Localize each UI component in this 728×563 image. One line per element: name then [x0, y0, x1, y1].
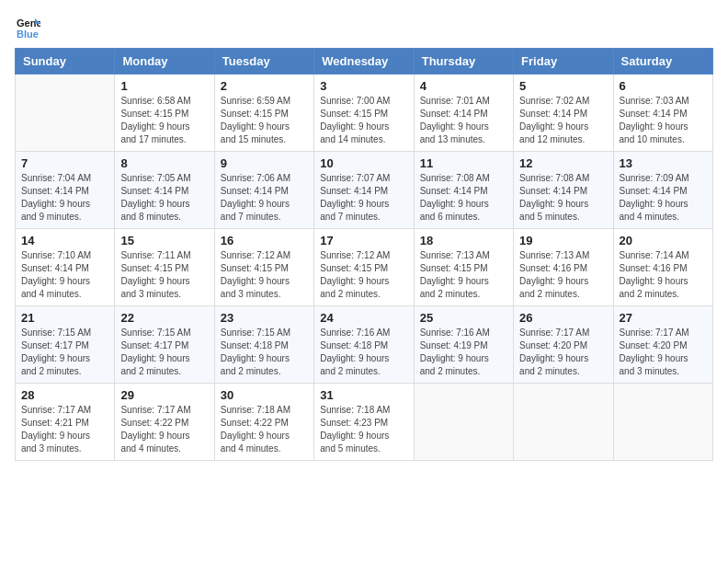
calendar-cell: 21Sunrise: 7:15 AM Sunset: 4:17 PM Dayli… — [16, 306, 115, 384]
day-info: Sunrise: 7:04 AM Sunset: 4:14 PM Dayligh… — [21, 172, 108, 224]
calendar-cell: 24Sunrise: 7:16 AM Sunset: 4:18 PM Dayli… — [314, 306, 414, 384]
day-number: 26 — [519, 311, 607, 325]
day-number: 25 — [420, 311, 507, 325]
day-number: 23 — [221, 311, 308, 325]
calendar-cell: 17Sunrise: 7:12 AM Sunset: 4:15 PM Dayli… — [314, 229, 414, 306]
calendar-week-3: 14Sunrise: 7:10 AM Sunset: 4:14 PM Dayli… — [16, 229, 713, 306]
day-info: Sunrise: 7:15 AM Sunset: 4:17 PM Dayligh… — [21, 327, 108, 378]
day-number: 10 — [320, 156, 407, 170]
calendar-cell: 19Sunrise: 7:13 AM Sunset: 4:16 PM Dayli… — [514, 229, 613, 306]
calendar-week-5: 28Sunrise: 7:17 AM Sunset: 4:21 PM Dayli… — [16, 384, 713, 461]
day-info: Sunrise: 7:05 AM Sunset: 4:14 PM Dayligh… — [120, 172, 208, 224]
day-number: 14 — [21, 234, 108, 247]
calendar-cell: 10Sunrise: 7:07 AM Sunset: 4:14 PM Dayli… — [314, 152, 414, 229]
day-number: 19 — [519, 234, 607, 247]
weekday-header-sunday: Sunday — [16, 49, 115, 75]
day-info: Sunrise: 7:08 AM Sunset: 4:14 PM Dayligh… — [519, 172, 607, 224]
day-number: 15 — [120, 234, 208, 247]
day-number: 6 — [620, 79, 707, 93]
calendar-cell: 7Sunrise: 7:04 AM Sunset: 4:14 PM Daylig… — [16, 152, 115, 229]
calendar-header-row: SundayMondayTuesdayWednesdayThursdayFrid… — [16, 49, 713, 75]
day-number: 18 — [420, 234, 507, 247]
calendar-cell — [514, 384, 613, 461]
svg-text:Blue: Blue — [17, 29, 39, 40]
calendar-cell: 20Sunrise: 7:14 AM Sunset: 4:16 PM Dayli… — [613, 229, 712, 306]
weekday-header-thursday: Thursday — [414, 49, 513, 75]
day-info: Sunrise: 7:00 AM Sunset: 4:15 PM Dayligh… — [320, 95, 407, 146]
day-number: 4 — [420, 79, 507, 93]
calendar-cell: 3Sunrise: 7:00 AM Sunset: 4:15 PM Daylig… — [314, 75, 414, 152]
day-info: Sunrise: 7:17 AM Sunset: 4:20 PM Dayligh… — [620, 327, 707, 378]
calendar-cell: 13Sunrise: 7:09 AM Sunset: 4:14 PM Dayli… — [613, 152, 712, 229]
day-number: 30 — [221, 388, 308, 402]
calendar-cell: 16Sunrise: 7:12 AM Sunset: 4:15 PM Dayli… — [214, 229, 313, 306]
calendar-cell: 29Sunrise: 7:17 AM Sunset: 4:22 PM Dayli… — [115, 384, 214, 461]
calendar-cell: 30Sunrise: 7:18 AM Sunset: 4:22 PM Dayli… — [214, 384, 313, 461]
day-number: 31 — [320, 388, 407, 402]
day-info: Sunrise: 7:18 AM Sunset: 4:22 PM Dayligh… — [221, 404, 308, 455]
day-number: 1 — [120, 79, 208, 93]
calendar-cell — [414, 384, 513, 461]
day-number: 13 — [620, 156, 707, 170]
calendar-cell: 5Sunrise: 7:02 AM Sunset: 4:14 PM Daylig… — [514, 75, 613, 152]
calendar-cell — [16, 75, 115, 152]
day-number: 20 — [620, 234, 707, 247]
calendar-cell: 28Sunrise: 7:17 AM Sunset: 4:21 PM Dayli… — [16, 384, 115, 461]
day-info: Sunrise: 7:07 AM Sunset: 4:14 PM Dayligh… — [320, 172, 407, 224]
day-number: 12 — [519, 156, 607, 170]
calendar-cell: 18Sunrise: 7:13 AM Sunset: 4:15 PM Dayli… — [414, 229, 513, 306]
day-number: 24 — [320, 311, 407, 325]
day-info: Sunrise: 7:16 AM Sunset: 4:18 PM Dayligh… — [320, 327, 407, 378]
weekday-header-friday: Friday — [514, 49, 613, 75]
day-info: Sunrise: 7:13 AM Sunset: 4:16 PM Dayligh… — [519, 249, 607, 301]
calendar-cell: 4Sunrise: 7:01 AM Sunset: 4:14 PM Daylig… — [414, 75, 513, 152]
calendar-cell: 31Sunrise: 7:18 AM Sunset: 4:23 PM Dayli… — [314, 384, 414, 461]
calendar-week-2: 7Sunrise: 7:04 AM Sunset: 4:14 PM Daylig… — [16, 152, 713, 229]
day-number: 11 — [420, 156, 507, 170]
day-info: Sunrise: 7:12 AM Sunset: 4:15 PM Dayligh… — [320, 249, 407, 301]
page-header: General Blue — [15, 15, 713, 40]
day-info: Sunrise: 7:16 AM Sunset: 4:19 PM Dayligh… — [420, 327, 507, 378]
weekday-header-wednesday: Wednesday — [314, 49, 414, 75]
calendar-cell: 8Sunrise: 7:05 AM Sunset: 4:14 PM Daylig… — [115, 152, 214, 229]
day-info: Sunrise: 7:11 AM Sunset: 4:15 PM Dayligh… — [120, 249, 208, 301]
day-info: Sunrise: 7:01 AM Sunset: 4:14 PM Dayligh… — [420, 95, 507, 146]
day-info: Sunrise: 7:17 AM Sunset: 4:20 PM Dayligh… — [519, 327, 607, 378]
calendar-cell: 22Sunrise: 7:15 AM Sunset: 4:17 PM Dayli… — [115, 306, 214, 384]
day-info: Sunrise: 7:06 AM Sunset: 4:14 PM Dayligh… — [221, 172, 308, 224]
weekday-header-tuesday: Tuesday — [214, 49, 313, 75]
day-number: 22 — [120, 311, 208, 325]
calendar-cell: 14Sunrise: 7:10 AM Sunset: 4:14 PM Dayli… — [16, 229, 115, 306]
calendar-cell: 27Sunrise: 7:17 AM Sunset: 4:20 PM Dayli… — [613, 306, 712, 384]
calendar-cell: 25Sunrise: 7:16 AM Sunset: 4:19 PM Dayli… — [414, 306, 513, 384]
calendar-cell: 6Sunrise: 7:03 AM Sunset: 4:14 PM Daylig… — [613, 75, 712, 152]
weekday-header-monday: Monday — [115, 49, 214, 75]
day-info: Sunrise: 6:58 AM Sunset: 4:15 PM Dayligh… — [120, 95, 208, 146]
calendar-cell: 1Sunrise: 6:58 AM Sunset: 4:15 PM Daylig… — [115, 75, 214, 152]
day-info: Sunrise: 7:08 AM Sunset: 4:14 PM Dayligh… — [420, 172, 507, 224]
day-info: Sunrise: 7:10 AM Sunset: 4:14 PM Dayligh… — [21, 249, 108, 301]
day-number: 29 — [120, 388, 208, 402]
calendar-cell: 9Sunrise: 7:06 AM Sunset: 4:14 PM Daylig… — [214, 152, 313, 229]
day-number: 28 — [21, 388, 108, 402]
day-info: Sunrise: 7:15 AM Sunset: 4:17 PM Dayligh… — [120, 327, 208, 378]
calendar-cell: 11Sunrise: 7:08 AM Sunset: 4:14 PM Dayli… — [414, 152, 513, 229]
day-number: 8 — [120, 156, 208, 170]
day-number: 27 — [620, 311, 707, 325]
day-info: Sunrise: 7:02 AM Sunset: 4:14 PM Dayligh… — [519, 95, 607, 146]
day-info: Sunrise: 6:59 AM Sunset: 4:15 PM Dayligh… — [221, 95, 308, 146]
day-info: Sunrise: 7:18 AM Sunset: 4:23 PM Dayligh… — [320, 404, 407, 455]
day-info: Sunrise: 7:17 AM Sunset: 4:22 PM Dayligh… — [120, 404, 208, 455]
calendar-cell: 15Sunrise: 7:11 AM Sunset: 4:15 PM Dayli… — [115, 229, 214, 306]
day-number: 17 — [320, 234, 407, 247]
day-info: Sunrise: 7:13 AM Sunset: 4:15 PM Dayligh… — [420, 249, 507, 301]
day-info: Sunrise: 7:09 AM Sunset: 4:14 PM Dayligh… — [620, 172, 707, 224]
calendar-cell: 12Sunrise: 7:08 AM Sunset: 4:14 PM Dayli… — [514, 152, 613, 229]
logo-icon: General Blue — [15, 15, 40, 40]
calendar-cell: 2Sunrise: 6:59 AM Sunset: 4:15 PM Daylig… — [214, 75, 313, 152]
day-number: 7 — [21, 156, 108, 170]
calendar: SundayMondayTuesdayWednesdayThursdayFrid… — [15, 48, 713, 461]
day-number: 2 — [221, 79, 308, 93]
day-number: 5 — [519, 79, 607, 93]
day-info: Sunrise: 7:14 AM Sunset: 4:16 PM Dayligh… — [620, 249, 707, 301]
